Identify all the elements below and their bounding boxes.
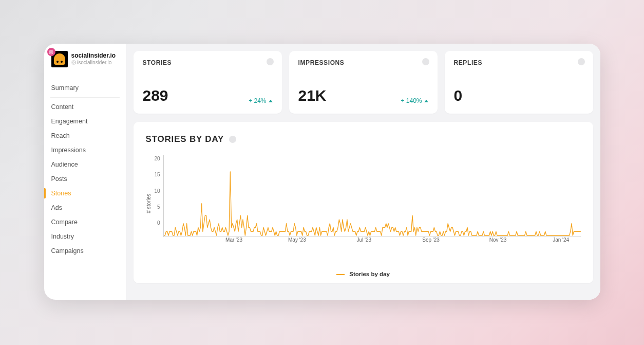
dashboard-window: socialinsider.io /socialinsider.io Summa… <box>44 44 600 300</box>
instagram-icon <box>47 48 55 56</box>
chart-title: STORIES BY DAY <box>146 134 224 144</box>
metric-card-impressions: IMPRESSIONS 21K + 140% <box>289 51 438 114</box>
metric-value: 21K <box>298 87 327 104</box>
info-icon[interactable] <box>267 58 274 65</box>
metric-title: IMPRESSIONS <box>298 59 428 66</box>
sidebar-nav: Summary Content Engagement Reach Impress… <box>44 81 126 258</box>
sidebar-item-content[interactable]: Content <box>44 100 126 114</box>
sidebar-item-impressions[interactable]: Impressions <box>44 143 126 157</box>
svg-point-2 <box>52 51 52 51</box>
sidebar-item-posts[interactable]: Posts <box>44 172 126 186</box>
metric-card-replies: REPLIES 0 <box>445 51 593 114</box>
caret-up-icon <box>269 100 273 102</box>
chart-legend: Stories by day <box>146 271 581 277</box>
sidebar-item-engagement[interactable]: Engagement <box>44 114 126 129</box>
sidebar-item-campaigns[interactable]: Campaigns <box>44 244 126 258</box>
svg-rect-3 <box>72 61 75 65</box>
metric-value: 289 <box>143 87 168 104</box>
metric-delta: + 140% <box>401 97 428 104</box>
sidebar-item-audience[interactable]: Audience <box>44 157 126 172</box>
chart-plot[interactable]: Mar '23May '23Jul '23Sep '23Nov '23Jan '… <box>163 155 581 237</box>
metric-delta: + 24% <box>249 97 272 104</box>
metric-value: 0 <box>454 87 463 104</box>
profile-header[interactable]: socialinsider.io /socialinsider.io <box>44 51 126 74</box>
metric-title: REPLIES <box>454 59 584 66</box>
info-icon[interactable] <box>422 58 429 65</box>
profile-handle: /socialinsider.io <box>71 60 116 66</box>
info-icon[interactable] <box>578 58 585 65</box>
metric-title: STORIES <box>143 59 273 66</box>
svg-point-4 <box>73 62 74 63</box>
metric-card-stories: STORIES 289 + 24% <box>134 51 282 114</box>
sidebar-item-stories[interactable]: Stories <box>44 186 126 201</box>
caret-up-icon <box>424 100 428 102</box>
svg-rect-0 <box>49 50 53 54</box>
profile-name: socialinsider.io <box>71 52 116 60</box>
metric-cards-row: STORIES 289 + 24% IMPRESSIONS 21K + 140% <box>134 51 593 114</box>
sidebar-item-ads[interactable]: Ads <box>44 201 126 215</box>
chart-area: # stories 20 15 10 5 0 Mar '23May '23Jul… <box>146 155 581 252</box>
sidebar-item-reach[interactable]: Reach <box>44 129 126 143</box>
main-content: STORIES 289 + 24% IMPRESSIONS 21K + 140% <box>126 44 600 300</box>
sidebar: socialinsider.io /socialinsider.io Summa… <box>44 44 126 300</box>
info-icon[interactable] <box>229 136 236 143</box>
sidebar-item-compare[interactable]: Compare <box>44 215 126 229</box>
chart-panel-stories-by-day: STORIES BY DAY # stories 20 15 10 5 0 Ma… <box>134 122 593 283</box>
y-axis-ticks: 20 15 10 5 0 <box>155 155 163 237</box>
sidebar-item-summary[interactable]: Summary <box>44 81 126 95</box>
sidebar-item-industry[interactable]: Industry <box>44 229 126 244</box>
svg-point-1 <box>50 51 52 52</box>
legend-swatch-icon <box>336 274 345 275</box>
y-axis-label: # stories <box>146 194 151 213</box>
